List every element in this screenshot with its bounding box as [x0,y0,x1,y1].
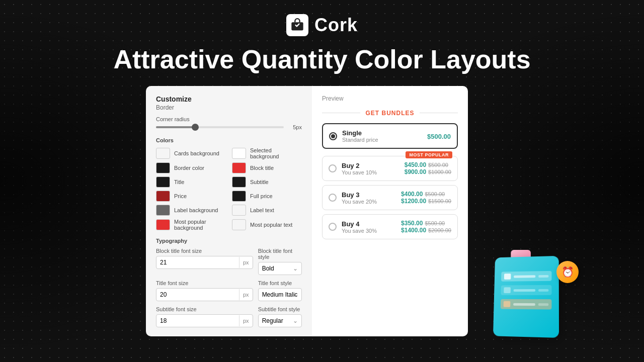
color-swatch-cards-bg[interactable] [156,148,170,159]
corner-radius-row: 5px [156,124,302,130]
preview-label: Preview [322,95,458,102]
color-row: Price [156,191,226,202]
typography-label: Typography [156,238,302,244]
color-row: Most popular text [232,219,302,231]
color-label-selected-bg: Selected background [250,147,302,159]
block-title-size-label: Block title font size [156,248,253,254]
color-row: Most popular background [156,219,226,231]
price-original2-buy4: $2000.00 [428,227,451,233]
color-swatch-price[interactable] [156,191,170,202]
price-original-buy3: $500.00 [425,191,445,197]
bundle-subtitle-buy2: You save 10% [342,169,399,175]
page-headline: Attractive Quantity Color Layouts [113,45,530,74]
brand-name: Cork [314,15,358,36]
bundle-info-buy4: Buy 4 You save 30% [342,220,396,234]
price-current-single: $500.00 [427,133,451,140]
bundle-subtitle-buy3: You save 20% [342,199,396,205]
color-swatch-label-text[interactable] [232,205,246,216]
block-title-size-input-row: px [156,256,253,269]
customize-panel: Customize Border Corner radius 5px Color… [146,86,312,336]
color-swatch-subtitle[interactable] [232,176,246,188]
color-label-price: Price [174,193,187,199]
preview-panel: Preview GET BUNDLES Single Standard pric… [312,86,468,336]
subtitle-size-input[interactable] [156,315,239,327]
title-style-wrapper: Medium Italic Bold Regular [258,288,302,301]
bundle-price-single: $500.00 [427,132,451,141]
color-label-popular-text: Most popular text [250,222,292,228]
panel-title: Customize [156,95,302,103]
radio-single[interactable] [329,132,337,140]
title-size-unit: px [239,289,253,300]
color-label-label-text: Label text [250,207,274,213]
color-row: Border color [156,162,226,173]
corner-radius-label: Corner radius [156,116,302,122]
colors-section-label: Colors [156,137,302,143]
panels-container: Customize Border Corner radius 5px Color… [146,86,498,336]
bundle-card-buy3[interactable]: Buy 3 You save 20% $400.00 $500.00 $1200… [322,185,458,210]
title-style-label: Title font style [258,280,302,286]
color-swatch-popular-text[interactable] [232,219,246,230]
title-size-label: Title font size [156,280,253,286]
block-title-size-unit: px [239,257,253,268]
radio-buy2[interactable] [329,164,337,172]
block-title-style-select[interactable]: Bold Regular Medium Italic [258,262,302,275]
color-swatch-selected-bg[interactable] [232,148,246,159]
logo-icon [286,14,308,36]
title-size-group: Title font size px [156,280,253,301]
bundle-info-buy2: Buy 2 You save 10% [342,162,399,175]
price-current2-buy2: $900.00 [405,168,426,175]
bundle-name-buy4: Buy 4 [342,220,396,228]
color-label-title: Title [174,179,184,185]
clock-icon: ⏰ [556,261,579,283]
block-title-size-group: Block title font size px [156,248,253,275]
subtitle-size-label: Subtitle font size [156,306,253,312]
price-original-buy4: $500.00 [425,220,445,226]
price-original-buy2: $500.00 [428,162,448,168]
color-label-full-price: Full price [250,193,273,199]
bundle-name-buy3: Buy 3 [342,191,396,199]
bundle-card-buy2[interactable]: MOST POPULAR Buy 2 You save 10% $450.00 … [322,156,458,181]
title-style-group: Title font style Medium Italic Bold Regu… [258,280,302,301]
color-swatch-border[interactable] [156,162,170,173]
block-title-style-label: Block title font style [258,248,302,260]
color-swatch-full-price[interactable] [232,191,246,202]
color-row: Cards background [156,147,226,159]
slider-track[interactable] [156,126,284,128]
title-style-select[interactable]: Medium Italic Bold Regular [258,288,302,301]
color-row: Title [156,176,226,188]
color-swatch-popular-bg[interactable] [156,219,170,230]
title-size-input[interactable] [156,289,239,301]
subtitle-style-select[interactable]: Regular Bold Medium Italic [258,314,302,327]
bundles-header: GET BUNDLES [322,108,458,117]
subtitle-style-wrapper: Regular Bold Medium Italic [258,314,302,327]
bundle-price-buy4: $350.00 $500.00 $1400.00 $2000.00 [401,220,451,234]
color-row: Selected background [232,147,302,159]
header: Cork [286,14,358,36]
price-current2-buy3: $1200.00 [401,198,426,205]
color-swatch-label-bg[interactable] [156,205,170,216]
subtitle-style-label: Subtitle font style [258,306,302,312]
colors-grid: Cards background Selected background Bor… [156,147,302,231]
color-label-popular-bg: Most popular background [174,219,226,231]
bundle-info-buy3: Buy 3 You save 20% [342,191,396,205]
bundle-info-single: Single Standard price [342,129,422,143]
bundle-price-buy2: $450.00 $500.00 $900.00 $1000.00 [405,161,451,175]
title-size-input-row: px [156,288,253,301]
typography-grid: Block title font size px Block title fon… [156,248,302,327]
radio-buy4[interactable] [329,223,337,231]
bundle-card-buy4[interactable]: Buy 4 You save 30% $350.00 $500.00 $1400… [322,214,458,239]
radio-buy3[interactable] [329,194,337,202]
bundle-name-buy2: Buy 2 [342,162,399,169]
color-swatch-title[interactable] [156,176,170,188]
slider-value: 5px [288,124,302,130]
block-title-size-input[interactable] [156,256,239,268]
color-label-subtitle: Subtitle [250,179,269,185]
color-swatch-block-title[interactable] [232,162,246,173]
color-label-cards-bg: Cards background [174,150,219,156]
price-original2-buy3: $1500.00 [428,198,451,204]
color-label-border: Border color [174,165,204,171]
bundles-title: GET BUNDLES [360,110,419,117]
bundle-card-single[interactable]: Single Standard price $500.00 [322,123,458,149]
bundle-subtitle-single: Standard price [342,137,422,143]
bundle-price-buy3: $400.00 $500.00 $1200.00 $1500.00 [401,191,451,205]
